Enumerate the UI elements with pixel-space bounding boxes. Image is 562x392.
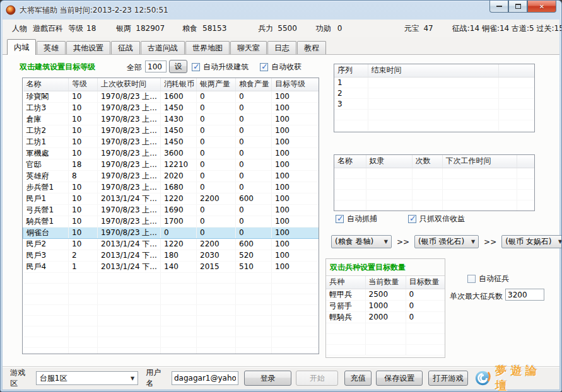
table-cell: 2200	[197, 238, 236, 250]
column-header[interactable]: 名称	[334, 155, 366, 168]
username-input[interactable]	[172, 371, 238, 385]
table-row[interactable]: 倉庫101970/8/23 上...143000100	[23, 113, 320, 125]
table-row[interactable]: 珍寶閣101970/8/23 上...160000100	[23, 91, 320, 102]
start-button[interactable]: 开始	[296, 371, 338, 386]
table-cell	[236, 272, 272, 283]
set-button[interactable]: 设	[169, 60, 187, 73]
table-cell: 520	[236, 250, 272, 261]
table-cell: 0	[406, 311, 445, 323]
exchange-combo-3[interactable]: (银币 女娲石) ▼	[501, 235, 562, 248]
table-cell	[368, 98, 498, 109]
column-header[interactable]: 等级	[69, 78, 98, 91]
table-row-empty	[23, 337, 320, 347]
exchange-combo-1[interactable]: (粮食 卷轴) ▼	[331, 235, 392, 248]
table-cell	[69, 326, 98, 337]
table-cell	[412, 178, 442, 189]
table-cell: 0	[236, 136, 272, 147]
login-button[interactable]: 登录	[244, 371, 291, 386]
table-row[interactable]: 輕騎兵20000	[326, 311, 445, 323]
table-row[interactable]: 工坊1101970/8/23 上...145000100	[23, 136, 320, 147]
table-cell: 2500	[365, 289, 406, 300]
table-row[interactable]: 1	[334, 77, 535, 88]
minimize-button[interactable]	[489, 1, 508, 13]
slaves-table: 名称奴隶次数下次工作时间	[334, 155, 535, 211]
auto-recruit-checkbox[interactable]: 自动征兵	[467, 274, 509, 284]
column-header[interactable]: 消耗银币	[161, 78, 197, 91]
auto-upgrade-checkbox[interactable]: 自动升级建筑	[192, 62, 249, 72]
open-game-button[interactable]: 打开游戏	[428, 371, 468, 386]
table-row[interactable]: 2	[334, 88, 535, 98]
table-row[interactable]: 民戶1102013/1/24 下...12202200600100	[23, 193, 320, 204]
tab-tutorial[interactable]: 教程	[297, 41, 326, 54]
table-row[interactable]: 民戶2102013/1/24 下...12202200600100	[23, 238, 320, 250]
checkbox-icon	[408, 215, 416, 223]
column-header[interactable]: 下次工作时间	[442, 155, 517, 168]
table-row[interactable]: 步兵營1101970/8/23 上...168000100	[23, 182, 320, 193]
column-header[interactable]: 目标等级	[272, 78, 320, 91]
table-cell: 2013/1/24 下...	[98, 250, 161, 261]
table-row[interactable]: 軍機處101970/8/23 上...360000100	[23, 147, 320, 159]
close-button[interactable]: ✕	[527, 1, 556, 13]
table-row[interactable]: 弓箭手10000	[326, 300, 445, 311]
table-row[interactable]: 民戶412013/1/24 下...1402015510100	[23, 261, 320, 272]
column-header[interactable]: 目标数量	[406, 276, 445, 289]
recharge-button[interactable]: 充值	[344, 371, 372, 386]
table-row[interactable]: 工坊3101970/8/23 上...145000100	[23, 102, 320, 113]
tab-log[interactable]: 日志	[267, 41, 296, 54]
tab-world-map[interactable]: 世界地图	[185, 41, 230, 54]
table-cell: 工坊2	[23, 125, 69, 136]
table-row[interactable]: 官邸181970/8/23 上...1221000100	[23, 159, 320, 170]
column-header[interactable]: 兵种	[326, 276, 365, 289]
table-row[interactable]: 3	[334, 98, 535, 109]
exchange-row: (粮食 卷轴) ▼ >> (银币 强化石) ▼ >> (银币 女娲石) ▼	[331, 235, 562, 248]
tab-other-settings[interactable]: 其他设置	[66, 41, 110, 54]
tab-inner-city[interactable]: 内城	[7, 39, 36, 55]
exchange-combo-2[interactable]: (银币 强化石) ▼	[414, 235, 479, 248]
save-settings-button[interactable]: 保存设置	[376, 371, 422, 386]
max-recruit-input[interactable]	[505, 289, 544, 301]
server-select[interactable]: 台服1区 ▼	[36, 371, 138, 385]
table-row[interactable]: 民戶322013/1/24 下...1802030520100	[23, 250, 320, 261]
table-row[interactable]: 騎兵營1101970/8/23 上...170000100	[23, 216, 320, 227]
tab-ancient-road[interactable]: 古道问战	[141, 41, 185, 54]
table-cell: 0	[236, 227, 272, 238]
table-cell	[197, 337, 236, 347]
table-cell	[23, 272, 69, 283]
tab-chat-room[interactable]: 聊天室	[230, 41, 267, 54]
table-cell	[406, 344, 445, 355]
table-row[interactable]: 英雄府81970/8/23 上...202000100	[23, 170, 320, 182]
table-cell	[236, 283, 272, 294]
server-label: 游戏区	[10, 367, 32, 389]
table-row[interactable]: 輕甲兵25000	[326, 289, 445, 300]
column-header[interactable]: 上次收获时间	[98, 78, 161, 91]
column-header[interactable]: 名称	[23, 78, 69, 91]
table-row[interactable]: 工坊2101970/8/23 上...145000100	[23, 125, 320, 136]
table-cell	[236, 315, 272, 326]
column-header[interactable]: 当前数量	[365, 276, 406, 289]
double-profit-checkbox[interactable]: 只抓双倍收益	[408, 214, 465, 224]
table-cell: 步兵營1	[23, 182, 69, 193]
table-row[interactable]: 弓兵營1101970/8/23 上...169000100	[23, 204, 320, 216]
chevron-down-icon: ▼	[471, 239, 475, 245]
tab-heroes[interactable]: 英雄	[37, 41, 66, 54]
column-header[interactable]: 次数	[412, 155, 442, 168]
auto-capture-checkbox[interactable]: 自动抓捕	[336, 214, 377, 224]
table-cell	[69, 315, 98, 326]
column-header[interactable]: 银两产量	[197, 78, 236, 91]
column-header[interactable]: 粮食产量	[236, 78, 272, 91]
column-header[interactable]: 奴隶	[366, 155, 412, 168]
maximize-button[interactable]	[508, 1, 527, 13]
table-row[interactable]: 铜雀台101970/8/23 上...000100	[23, 227, 320, 238]
all-target-input[interactable]	[145, 61, 167, 72]
table-cell: 1680	[161, 182, 197, 193]
table-cell	[197, 272, 236, 283]
column-header[interactable]: 序列	[334, 64, 368, 77]
checkbox-icon	[467, 275, 476, 283]
tab-campaign[interactable]: 征战	[111, 41, 140, 54]
column-header[interactable]: 结束时间	[368, 64, 498, 77]
table-cell	[98, 337, 161, 347]
auto-harvest-checkbox[interactable]: 自动收获	[260, 62, 301, 72]
table-cell	[197, 315, 236, 326]
table-cell	[23, 294, 69, 304]
buildings-table: 名称等级上次收获时间消耗银币银两产量粮食产量目标等级 珍寶閣101970/8/2…	[23, 78, 319, 354]
